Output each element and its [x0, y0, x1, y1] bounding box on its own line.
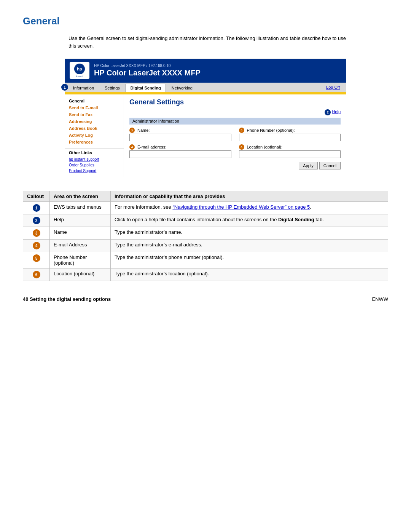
phone-input[interactable] [239, 134, 341, 141]
table-row: 2HelpClick to open a help file that cont… [23, 214, 388, 227]
sidebar-item-general[interactable]: General [65, 97, 124, 104]
col-info: Information or capability that the area … [111, 191, 388, 202]
footer-left: 40 Setting the digital sending options [23, 296, 111, 302]
logoff-link[interactable]: Log Off [323, 83, 343, 91]
tab-digital-sending[interactable]: Digital Sending [126, 84, 166, 92]
area-cell: Name [50, 227, 111, 240]
info-cell: Type the administrator’s e-mail address. [111, 240, 388, 252]
ews-screenshot: hp invent HP Color LaserJet XXXX MFP / 1… [65, 59, 346, 177]
name-field-col: 3 Name: [129, 128, 231, 141]
sidebar-link-hp-support[interactable]: hp instant support [65, 157, 124, 162]
info-cell: Type the administrator’s phone number (o… [111, 252, 388, 268]
callout-number: 5 [33, 254, 40, 262]
callout-number: 4 [33, 242, 40, 249]
sidebar-item-send-fax[interactable]: Send to Fax [65, 111, 124, 118]
table-row: 5Phone Number (optional)Type the adminis… [23, 252, 388, 268]
table-row: 3NameType the administrator’s name. [23, 227, 388, 240]
info-cell: For more information, see “Navigating th… [111, 202, 388, 214]
email-label: 4 E-mail address: [129, 144, 231, 150]
sidebar-item-activity-log[interactable]: Activity Log [65, 132, 124, 139]
help-link[interactable]: Help [332, 109, 341, 115]
sidebar-item-preferences[interactable]: Preferences [65, 139, 124, 145]
apply-button[interactable]: Apply [299, 162, 318, 169]
callout-cell: 6 [23, 268, 50, 281]
info-cell: Type the administrator’s name. [111, 227, 388, 240]
other-links-header: Other Links [65, 149, 124, 157]
sidebar-item-addressing[interactable]: Addressing [65, 118, 124, 125]
form-row-2: 4 E-mail address: 6 Location (optional): [129, 144, 341, 158]
page-title: General [23, 15, 388, 27]
callout-6-badge: 6 [239, 144, 244, 150]
area-cell: EWS tabs and menus [50, 202, 111, 214]
callout-cell: 2 [23, 214, 50, 227]
ews-main-title: General Settings [129, 98, 341, 106]
ews-sidebar: General Send to E-mail Send to Fax Addre… [65, 94, 124, 177]
hp-logo-text: hp [77, 67, 82, 71]
help-row: 2 Help [129, 109, 341, 115]
intro-text: Use the General screen to set digital-se… [68, 35, 350, 50]
info-cell: Click to open a help file that contains … [111, 214, 388, 227]
ews-header-subtitle: HP Color LaserJet XXXX MFP / 192.168.0.1… [94, 64, 201, 68]
phone-field-col: 5 Phone Number (optional): [239, 128, 341, 141]
table-row: 6Location (optional)Type the administrat… [23, 268, 388, 281]
tab-settings[interactable]: Settings [100, 84, 125, 92]
admin-info-header: Administrator Information [129, 118, 341, 125]
callout-cell: 3 [23, 227, 50, 240]
ews-body: General Send to E-mail Send to Fax Addre… [65, 94, 346, 177]
email-field-col: 4 E-mail address: [129, 144, 231, 158]
reference-table: Callout Area on the screen Information o… [23, 191, 388, 281]
hp-logo-circle: hp [74, 64, 85, 74]
callout-cell: 4 [23, 240, 50, 252]
location-label: 6 Location (optional): [239, 144, 341, 150]
sidebar-link-order-supplies[interactable]: Order Supplies [65, 162, 124, 168]
sidebar-item-send-email[interactable]: Send to E-mail [65, 104, 124, 111]
ews-header-text-block: HP Color LaserJet XXXX MFP / 192.168.0.1… [94, 64, 201, 77]
ews-buttons: Apply Cancel [129, 162, 341, 169]
table-row: 4E-mail AddressType the administrator’s … [23, 240, 388, 252]
callout-2-badge: 2 [325, 109, 331, 115]
col-area: Area on the screen [50, 191, 111, 202]
callout-number: 6 [33, 271, 40, 278]
footer-right: ENWW [372, 296, 388, 302]
callout-5-badge: 5 [239, 128, 244, 133]
callout-3-badge: 3 [129, 128, 135, 133]
ews-nav: 1 Information Settings Digital Sending N… [65, 83, 346, 92]
ews-main-content: General Settings 2 Help Administrator In… [124, 94, 346, 177]
tab-information[interactable]: Information [68, 84, 99, 92]
callout-4-badge: 4 [129, 144, 135, 150]
sidebar-item-address-book[interactable]: Address Book [65, 125, 124, 132]
info-cell: Type the administrator’s location (optio… [111, 268, 388, 281]
nav-link[interactable]: “Navigating through the HP Embedded Web … [172, 204, 310, 210]
callout-number: 3 [33, 229, 40, 237]
callout-cell: 5 [23, 252, 50, 268]
table-row: 1EWS tabs and menusFor more information,… [23, 202, 388, 214]
area-cell: Phone Number (optional) [50, 252, 111, 268]
location-input[interactable] [239, 150, 341, 158]
area-cell: Location (optional) [50, 268, 111, 281]
tab-networking[interactable]: Networking [167, 84, 198, 92]
form-row-1: 3 Name: 5 Phone Number (optional): [129, 128, 341, 141]
callout-1-badge: 1 [61, 84, 68, 91]
name-label: 3 Name: [129, 128, 231, 133]
area-cell: Help [50, 214, 111, 227]
ews-header-title: HP Color LaserJet XXXX MFP [94, 69, 201, 77]
cancel-button[interactable]: Cancel [319, 162, 341, 169]
callout-number: 2 [33, 217, 40, 224]
sidebar-link-product-support[interactable]: Product Support [65, 168, 124, 174]
sidebar-activity-wrapper: Activity Log [65, 132, 124, 139]
phone-label: 5 Phone Number (optional): [239, 128, 341, 133]
area-cell: E-mail Address [50, 240, 111, 252]
col-callout: Callout [23, 191, 50, 202]
location-field-col: 6 Location (optional): [239, 144, 341, 158]
email-input[interactable] [129, 150, 231, 158]
page-footer: 40 Setting the digital sending options E… [23, 296, 388, 302]
callout-cell: 1 [23, 202, 50, 214]
hp-invent-text: invent [76, 75, 83, 78]
ews-header: hp invent HP Color LaserJet XXXX MFP / 1… [65, 59, 346, 83]
sidebar-preferences-wrapper: Preferences [65, 139, 124, 145]
hp-logo: hp invent [70, 62, 89, 79]
callout-number: 1 [33, 204, 40, 212]
name-input[interactable] [129, 134, 231, 141]
